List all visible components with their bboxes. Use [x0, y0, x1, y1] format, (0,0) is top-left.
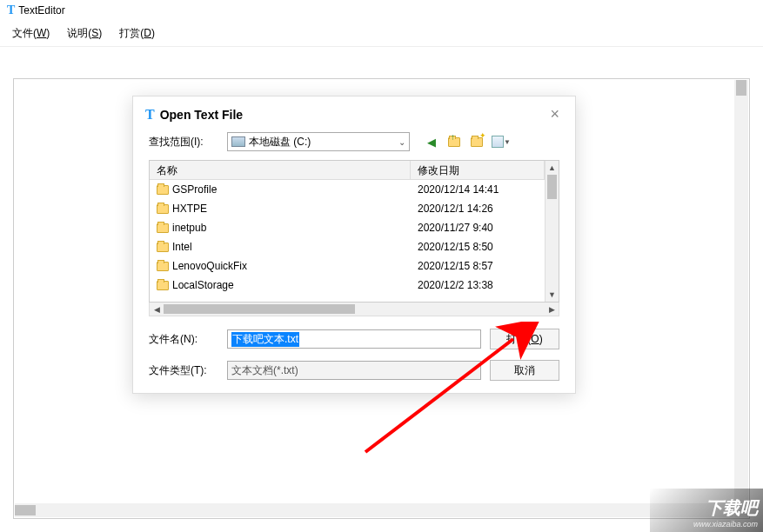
filelist-hscroll[interactable]: ◀ ▶: [149, 303, 559, 316]
list-item[interactable]: LenovoQuickFix2020/12/15 8:57: [150, 256, 545, 276]
folder-icon: [157, 204, 169, 214]
scrollbar-thumb[interactable]: [547, 175, 557, 199]
item-date: 2020/12/2 13:38: [411, 279, 545, 291]
file-list-header: 名称 修改日期: [150, 161, 545, 180]
folder-icon: [157, 185, 169, 195]
item-date: 2020/11/27 9:40: [411, 222, 545, 234]
menu-file[interactable]: 文件(W): [12, 26, 50, 41]
disk-icon: [231, 136, 245, 147]
file-list: 名称 修改日期 GSProfile2020/12/14 14:41HXTPE20…: [149, 160, 559, 303]
menubar: 文件(W) 说明(S) 打赏(D): [0, 21, 763, 47]
list-item[interactable]: Intel2020/12/15 8:50: [150, 237, 545, 256]
view-menu-icon[interactable]: ▼: [492, 136, 504, 148]
menu-donate[interactable]: 打赏(D): [119, 26, 155, 41]
item-date: 2020/12/15 8:57: [411, 260, 545, 272]
scrollbar-thumb[interactable]: [736, 80, 746, 96]
app-icon: T: [7, 3, 15, 17]
item-name: HXTPE: [172, 203, 207, 215]
folder-icon: [157, 223, 169, 233]
watermark-text: 下载吧: [706, 496, 758, 520]
col-date[interactable]: 修改日期: [411, 161, 545, 179]
scroll-down-icon[interactable]: ▼: [545, 288, 559, 302]
new-folder-icon[interactable]: ✦: [469, 134, 485, 150]
dialog-icon: T: [145, 107, 155, 123]
folder-icon: [157, 243, 169, 252]
list-item[interactable]: LocalStorage2020/12/2 13:38: [150, 276, 545, 295]
list-item[interactable]: GSProfile2020/12/14 14:41: [150, 180, 545, 199]
titlebar: T TextEditor: [0, 0, 763, 21]
item-name: Intel: [172, 241, 192, 253]
list-item[interactable]: HXTPE2020/12/1 14:26: [150, 199, 545, 218]
item-name: inetpub: [172, 222, 206, 234]
back-icon[interactable]: ◀: [424, 134, 439, 150]
close-icon[interactable]: ×: [546, 105, 563, 123]
scroll-left-icon[interactable]: ◀: [150, 305, 164, 314]
up-folder-icon[interactable]: ↑: [446, 134, 462, 150]
filetype-select[interactable]: 文本文档(*.txt): [227, 361, 481, 380]
item-name: LocalStorage: [172, 279, 234, 291]
dialog-title: Open Text File: [160, 108, 243, 122]
open-file-dialog: T Open Text File × 查找范围(I): 本地磁盘 (C:) ⌄ …: [132, 96, 576, 394]
item-name: LenovoQuickFix: [172, 260, 247, 272]
dialog-titlebar: T Open Text File ×: [133, 96, 575, 129]
drive-select[interactable]: 本地磁盘 (C:) ⌄: [227, 132, 410, 151]
folder-icon: [157, 262, 169, 271]
filename-label: 文件名(N):: [149, 332, 218, 347]
editor-vscroll[interactable]: [734, 80, 748, 517]
item-name: GSProfile: [172, 183, 217, 196]
watermark: 下载吧 www.xiazaiba.com: [650, 489, 763, 532]
scrollbar-thumb[interactable]: [15, 505, 36, 515]
cancel-button[interactable]: 取消: [490, 360, 559, 381]
scroll-right-icon[interactable]: ▶: [545, 305, 559, 314]
app-title: TextEditor: [18, 4, 64, 17]
scrollbar-thumb[interactable]: [164, 304, 355, 314]
filename-input[interactable]: 下载吧文本.txt: [227, 329, 481, 349]
item-date: 2020/12/14 14:41: [411, 183, 545, 196]
lookin-label: 查找范围(I):: [149, 135, 218, 150]
col-name[interactable]: 名称: [150, 161, 411, 179]
open-button[interactable]: 打开(O): [490, 329, 559, 349]
item-date: 2020/12/1 14:26: [411, 203, 545, 215]
watermark-url: www.xiazaiba.com: [693, 520, 758, 529]
menu-help[interactable]: 说明(S): [67, 26, 102, 41]
folder-icon: [157, 281, 169, 290]
filelist-vscroll[interactable]: ▲ ▼: [545, 161, 559, 302]
editor-hscroll[interactable]: [15, 503, 733, 517]
dialog-toolbar: ◀ ↑ ✦ ▼: [424, 134, 504, 150]
item-date: 2020/12/15 8:50: [411, 241, 545, 253]
chevron-down-icon: ⌄: [398, 137, 405, 147]
drive-select-value: 本地磁盘 (C:): [249, 135, 311, 150]
scroll-up-icon[interactable]: ▲: [545, 161, 559, 175]
list-item[interactable]: inetpub2020/11/27 9:40: [150, 218, 545, 237]
filetype-label: 文件类型(T):: [149, 363, 218, 378]
